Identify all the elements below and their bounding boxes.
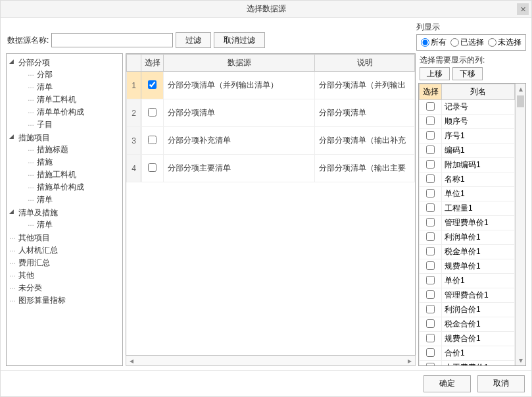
column-select-checkbox[interactable] <box>426 131 435 140</box>
column-select-cell[interactable] <box>420 144 442 158</box>
column-select-checkbox[interactable] <box>426 218 435 226</box>
list-item[interactable]: 序号1 <box>420 129 515 144</box>
column-select-checkbox[interactable] <box>426 117 435 125</box>
tree-item[interactable]: 清单及措施清单 <box>9 207 121 232</box>
scroll-left-icon[interactable]: ◂ <box>126 356 137 365</box>
tree-item[interactable]: 分部 <box>28 68 121 81</box>
table-row[interactable]: 3分部分项补充清单分部分项清单（输出补充 <box>127 127 415 155</box>
column-select-cell[interactable] <box>420 187 442 201</box>
list-item[interactable]: 附加编码1 <box>420 158 515 172</box>
list-item[interactable]: 利润单价1 <box>420 230 515 245</box>
column-select-cell[interactable] <box>420 245 442 259</box>
move-up-button[interactable]: 上移 <box>420 67 450 80</box>
column-select-checkbox[interactable] <box>426 146 435 154</box>
tree-item[interactable]: 未分类 <box>9 282 121 294</box>
radio-unselected[interactable]: 未选择 <box>488 37 521 48</box>
column-select-checkbox[interactable] <box>426 290 435 299</box>
list-item[interactable]: 工程量1 <box>420 201 515 216</box>
tree[interactable]: 分部分项分部清单清单工料机清单单价构成子目措施项目措施标题措施措施工料机措施单价… <box>8 57 121 307</box>
column-select-checkbox[interactable] <box>426 189 435 198</box>
column-select-checkbox[interactable] <box>426 276 435 284</box>
column-select-cell[interactable] <box>420 274 442 288</box>
table-row[interactable]: 1分部分项清单（并列输出清单）分部分项清单（并列输出 <box>127 72 415 99</box>
tree-item[interactable]: 子目 <box>28 119 121 131</box>
column-select-checkbox[interactable] <box>426 261 435 270</box>
column-select-cell[interactable] <box>420 303 442 317</box>
list-item[interactable]: 合价1 <box>420 346 515 361</box>
column-select-checkbox[interactable] <box>426 160 435 169</box>
radio-all-input[interactable] <box>421 38 429 47</box>
radio-all[interactable]: 所有 <box>421 37 447 48</box>
column-select-checkbox[interactable] <box>426 102 435 111</box>
scroll-down-icon[interactable]: ▾ <box>516 355 525 365</box>
column-select-cell[interactable] <box>420 317 442 332</box>
column-select-cell[interactable] <box>420 115 442 129</box>
row-select-checkbox[interactable] <box>148 80 157 89</box>
list-item[interactable]: 税金单价1 <box>420 245 515 259</box>
column-select-checkbox[interactable] <box>426 319 435 328</box>
columns-vertical-scrollbar[interactable]: ▴ ▾ <box>515 84 525 365</box>
tree-item[interactable]: 措施 <box>28 156 121 169</box>
tree-item[interactable]: 措施标题 <box>28 144 121 156</box>
row-select-checkbox[interactable] <box>148 163 157 172</box>
list-item[interactable]: 顺序号 <box>420 115 515 129</box>
column-select-cell[interactable] <box>420 230 442 245</box>
data-source-grid[interactable]: 选择 数据源 说明 1分部分项清单（并列输出清单）分部分项清单（并列输出2分部分… <box>126 54 415 182</box>
column-select-cell[interactable] <box>420 201 442 216</box>
row-select-cell[interactable] <box>141 155 164 182</box>
close-icon[interactable]: ✕ <box>517 3 529 15</box>
row-select-cell[interactable] <box>141 72 164 99</box>
clear-filter-button[interactable]: 取消过滤 <box>214 32 265 48</box>
tree-item[interactable]: 清单 <box>28 81 121 93</box>
scroll-right-icon[interactable]: ▸ <box>404 356 415 365</box>
scroll-thumb[interactable] <box>517 95 524 107</box>
move-down-button[interactable]: 下移 <box>452 67 483 80</box>
grid-header-desc[interactable]: 说明 <box>315 55 415 72</box>
list-item[interactable]: 单价1 <box>420 274 515 288</box>
column-select-cell[interactable] <box>420 346 442 361</box>
list-item[interactable]: 单位1 <box>420 187 515 201</box>
tree-item[interactable]: 分部分项分部清单清单工料机清单单价构成子目 <box>9 57 121 132</box>
column-select-checkbox[interactable] <box>426 334 435 342</box>
list-item[interactable]: 管理费单价1 <box>420 216 515 230</box>
list-item[interactable]: 人工费费价1 <box>420 361 515 366</box>
radio-selected[interactable]: 已选择 <box>450 37 484 48</box>
column-select-cell[interactable] <box>420 361 442 366</box>
tree-item[interactable]: 其他项目 <box>9 232 121 244</box>
ok-button[interactable]: 确定 <box>423 375 471 392</box>
column-select-checkbox[interactable] <box>426 203 435 212</box>
tree-item[interactable]: 清单 <box>28 194 121 206</box>
list-item[interactable]: 编码1 <box>420 144 515 158</box>
grid-horizontal-scrollbar[interactable]: ◂ ▸ <box>126 356 416 366</box>
row-select-cell[interactable] <box>141 127 164 155</box>
column-select-cell[interactable] <box>420 158 442 172</box>
column-select-checkbox[interactable] <box>426 247 435 255</box>
column-select-cell[interactable] <box>420 129 442 144</box>
tree-item[interactable]: 措施单价构成 <box>28 181 121 194</box>
column-select-checkbox[interactable] <box>426 363 435 366</box>
list-item[interactable]: 规费单价1 <box>420 259 515 274</box>
list-item[interactable]: 规费合价1 <box>420 332 515 346</box>
row-select-checkbox[interactable] <box>148 136 157 144</box>
column-select-cell[interactable] <box>420 216 442 230</box>
tree-item[interactable]: 清单工料机 <box>28 93 121 106</box>
columns-header-name[interactable]: 列名 <box>442 84 515 100</box>
grid-header-source[interactable]: 数据源 <box>164 55 315 72</box>
grid-header-select[interactable]: 选择 <box>141 55 164 72</box>
column-select-checkbox[interactable] <box>426 348 435 357</box>
filter-input[interactable] <box>51 33 173 47</box>
tree-item[interactable]: 其他 <box>9 269 121 282</box>
radio-unselected-input[interactable] <box>488 38 496 47</box>
column-select-cell[interactable] <box>420 100 442 115</box>
column-select-cell[interactable] <box>420 332 442 346</box>
column-select-cell[interactable] <box>420 172 442 187</box>
columns-header-select[interactable]: 选择 <box>420 84 442 100</box>
row-select-checkbox[interactable] <box>148 108 157 117</box>
column-select-cell[interactable] <box>420 259 442 274</box>
tree-item[interactable]: 清单 <box>28 219 121 231</box>
tree-item[interactable]: 人材机汇总 <box>9 244 121 257</box>
cancel-button[interactable]: 取消 <box>477 375 525 392</box>
table-row[interactable]: 4分部分项主要清单分部分项清单（输出主要 <box>127 155 415 182</box>
list-item[interactable]: 税金合价1 <box>420 317 515 332</box>
column-select-checkbox[interactable] <box>426 174 435 183</box>
